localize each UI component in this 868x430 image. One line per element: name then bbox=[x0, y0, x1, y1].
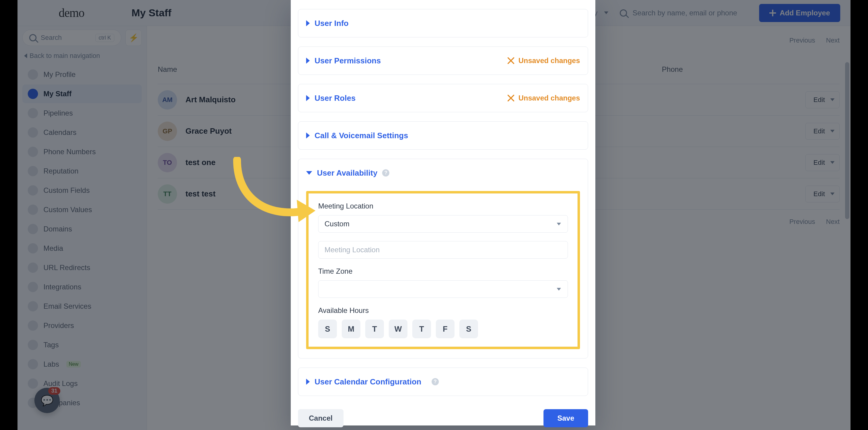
save-button[interactable]: Save bbox=[544, 409, 588, 427]
section-user-info[interactable]: User Info bbox=[298, 9, 588, 37]
meeting-location-input[interactable]: Meeting Location bbox=[318, 241, 568, 259]
day-thu[interactable]: T bbox=[412, 320, 431, 338]
pencil-icon bbox=[507, 95, 514, 102]
day-wed[interactable]: W bbox=[389, 320, 407, 338]
day-picker: S M T W T F S bbox=[318, 320, 568, 338]
chevron-right-icon bbox=[306, 58, 310, 64]
pencil-icon bbox=[507, 57, 514, 64]
unsaved-badge: Unsaved changes bbox=[507, 56, 580, 65]
meeting-location-select[interactable]: Custom bbox=[318, 215, 568, 233]
timezone-select[interactable] bbox=[318, 280, 568, 298]
section-user-availability: User Availability ? Meeting Location Cus… bbox=[298, 159, 588, 359]
day-tue[interactable]: T bbox=[365, 320, 384, 338]
section-user-calendar[interactable]: User Calendar Configuration ? bbox=[298, 368, 588, 396]
user-edit-panel: User Info User Permissions Unsaved chang… bbox=[291, 0, 595, 426]
section-user-roles[interactable]: User Roles Unsaved changes bbox=[298, 84, 588, 112]
chevron-right-icon bbox=[306, 133, 310, 139]
app-root: demo My Staff by Search by name, email o… bbox=[18, 0, 850, 430]
chevron-right-icon bbox=[306, 20, 310, 26]
help-icon[interactable]: ? bbox=[382, 169, 390, 176]
available-hours-label: Available Hours bbox=[318, 306, 568, 315]
chevron-down-icon bbox=[557, 288, 561, 291]
section-user-availability-toggle[interactable]: User Availability ? bbox=[306, 159, 580, 187]
chevron-right-icon bbox=[306, 95, 310, 101]
timezone-label: Time Zone bbox=[318, 267, 568, 276]
chevron-down-icon bbox=[306, 171, 312, 175]
chevron-right-icon bbox=[306, 379, 310, 385]
modal-actions: Cancel Save bbox=[298, 409, 588, 427]
day-mon[interactable]: M bbox=[342, 320, 361, 338]
meeting-location-label: Meeting Location bbox=[318, 202, 568, 210]
cancel-button[interactable]: Cancel bbox=[298, 409, 343, 427]
day-sat[interactable]: S bbox=[459, 320, 478, 338]
help-icon[interactable]: ? bbox=[432, 378, 439, 385]
day-sun[interactable]: S bbox=[318, 320, 337, 338]
section-user-permissions[interactable]: User Permissions Unsaved changes bbox=[298, 47, 588, 75]
day-fri[interactable]: F bbox=[436, 320, 455, 338]
chevron-down-icon bbox=[557, 223, 561, 225]
section-call-voicemail[interactable]: Call & Voicemail Settings bbox=[298, 121, 588, 150]
unsaved-badge: Unsaved changes bbox=[507, 94, 580, 102]
availability-highlight: Meeting Location Custom Meeting Location… bbox=[306, 191, 580, 349]
